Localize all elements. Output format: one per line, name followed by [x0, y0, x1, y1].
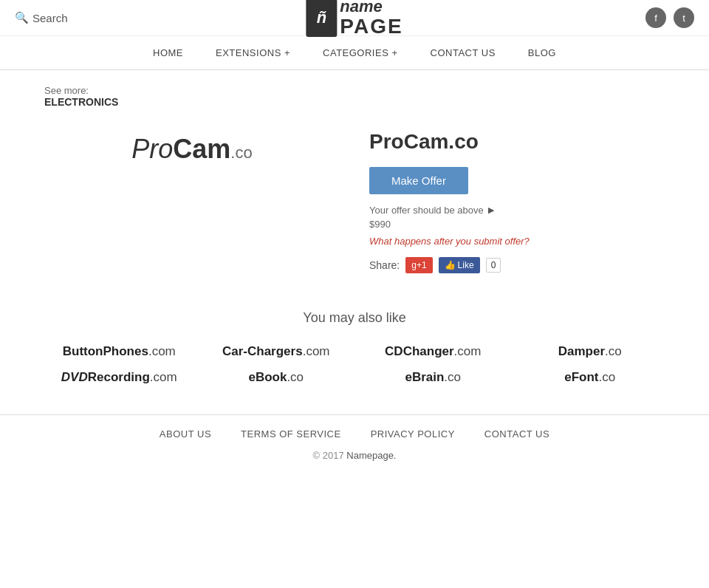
domain-name: Damper.co [558, 344, 622, 359]
gplus-button[interactable]: g+1 [405, 257, 432, 273]
offer-info: Your offer should be above ▶ [369, 205, 665, 216]
domain-title: ProCam.co [369, 130, 665, 154]
footer-links: ABOUT US TERMS OF SERVICE PRIVACY POLICY… [15, 428, 694, 440]
domain-name: eBrain.co [405, 370, 461, 385]
social-icons: f t [645, 7, 694, 28]
domain-name: ButtonPhones.com [63, 344, 176, 359]
logo-pro: Pro [131, 134, 173, 164]
domain-name: DVDRecording.com [61, 370, 177, 385]
domain-logo-display: ProCam.co [131, 134, 252, 165]
footer-privacy[interactable]: PRIVACY POLICY [371, 428, 455, 440]
logo-cam: Cam [173, 134, 230, 164]
logo-link[interactable]: ñ name PAGE [306, 0, 403, 38]
logo-page: PAGE [340, 16, 403, 38]
search-button[interactable]: 🔍 Search [15, 11, 68, 24]
list-item[interactable]: Car-Chargers.com [202, 344, 352, 359]
domain-name: Car-Chargers.com [222, 344, 330, 359]
logo-name: name [340, 0, 403, 16]
search-icon: 🔍 [15, 11, 29, 24]
list-item[interactable]: ButtonPhones.com [44, 344, 194, 359]
nav-contact[interactable]: CONTACT US [414, 36, 512, 69]
main-content: ProCam.co ProCam.co Make Offer Your offe… [0, 112, 709, 303]
breadcrumb-category[interactable]: ELECTRONICS [44, 96, 118, 108]
make-offer-button[interactable]: Make Offer [369, 167, 468, 194]
fb-like-button[interactable]: 👍 Like [439, 257, 480, 273]
share-row: Share: g+1 👍 Like 0 [369, 257, 665, 273]
footer-terms[interactable]: TERMS OF SERVICE [241, 428, 341, 440]
logo-text: name PAGE [340, 0, 403, 38]
offer-hint: Your offer should be above [369, 205, 484, 216]
domain-name: eBook.co [248, 370, 304, 385]
footer-copyright: © 2017 Namepage. [15, 450, 694, 461]
twitter-icon[interactable]: t [674, 7, 694, 28]
list-item[interactable]: CDChanger.com [358, 344, 508, 359]
domain-name: eFont.co [564, 370, 615, 385]
footer-contact[interactable]: CONTACT US [484, 428, 549, 440]
offer-link[interactable]: What happens after you submit offer? [369, 236, 665, 247]
domain-grid: ButtonPhones.com Car-Chargers.com CDChan… [44, 344, 665, 385]
logo-icon: ñ [306, 0, 337, 37]
list-item[interactable]: eBook.co [202, 370, 352, 385]
logo-co: .co [230, 143, 252, 162]
site-logo[interactable]: ñ name PAGE [306, 0, 403, 38]
fb-thumb-icon: 👍 [445, 260, 456, 270]
fb-count: 0 [486, 258, 501, 273]
nav-blog[interactable]: BLOG [512, 36, 572, 69]
domain-info: ProCam.co Make Offer Your offer should b… [369, 126, 665, 273]
site-footer: ABOUT US TERMS OF SERVICE PRIVACY POLICY… [0, 414, 709, 474]
search-label: Search [32, 12, 68, 24]
domain-name: CDChanger.com [385, 344, 481, 359]
offer-arrow: ▶ [488, 205, 494, 215]
footer-brand[interactable]: Namepage. [346, 450, 396, 461]
list-item[interactable]: eBrain.co [358, 370, 508, 385]
also-like-title: You may also like [44, 310, 665, 326]
share-label: Share: [369, 259, 400, 271]
also-like-section: You may also like ButtonPhones.com Car-C… [0, 303, 709, 414]
facebook-icon[interactable]: f [645, 7, 666, 28]
site-header: 🔍 Search ñ name PAGE f t [0, 0, 709, 36]
gplus-label: g+1 [411, 260, 426, 270]
domain-logo-area: ProCam.co [44, 126, 340, 273]
list-item[interactable]: eFont.co [516, 370, 665, 385]
nav-extensions[interactable]: EXTENSIONS + [199, 36, 306, 69]
main-nav: HOME EXTENSIONS + CATEGORIES + CONTACT U… [0, 36, 709, 70]
copyright-text: © 2017 [313, 450, 344, 461]
list-item[interactable]: Damper.co [516, 344, 665, 359]
fb-label: Like [458, 260, 474, 270]
nav-categories[interactable]: CATEGORIES + [306, 36, 414, 69]
list-item[interactable]: DVDRecording.com [44, 370, 194, 385]
footer-about[interactable]: ABOUT US [160, 428, 211, 440]
nav-home[interactable]: HOME [137, 36, 199, 69]
breadcrumb: See more: ELECTRONICS [0, 70, 709, 112]
offer-price: $990 [369, 219, 665, 230]
breadcrumb-prefix: See more: [44, 85, 89, 96]
